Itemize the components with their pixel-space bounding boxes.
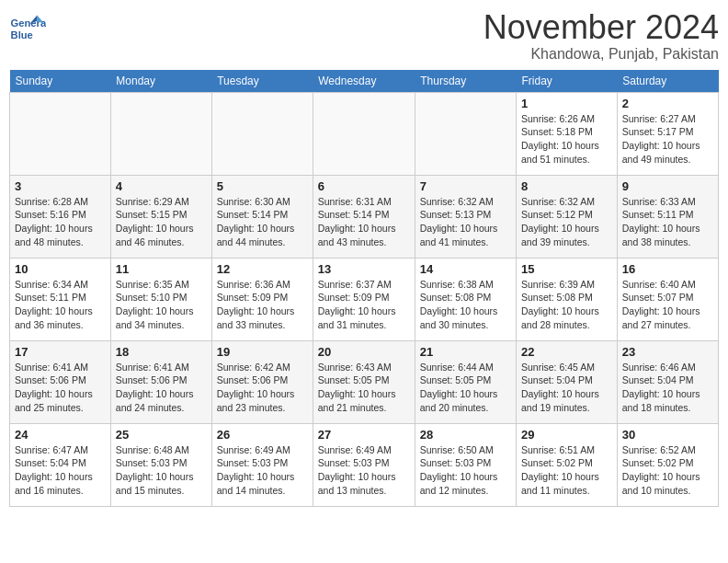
day-info: Sunrise: 6:27 AM Sunset: 5:17 PM Dayligh… bbox=[622, 112, 713, 167]
calendar-day-cell: 18Sunrise: 6:41 AM Sunset: 5:06 PM Dayli… bbox=[110, 340, 211, 423]
day-number: 16 bbox=[622, 262, 713, 276]
page-header: General Blue November 2024 Khandowa, Pun… bbox=[9, 9, 719, 63]
day-info: Sunrise: 6:32 AM Sunset: 5:13 PM Dayligh… bbox=[420, 195, 511, 249]
day-number: 30 bbox=[622, 428, 713, 442]
day-info: Sunrise: 6:48 AM Sunset: 5:03 PM Dayligh… bbox=[116, 443, 207, 498]
logo-icon: General Blue bbox=[9, 9, 46, 46]
day-number: 25 bbox=[116, 428, 207, 442]
calendar-day-cell: 3Sunrise: 6:28 AM Sunset: 5:16 PM Daylig… bbox=[10, 175, 111, 258]
day-info: Sunrise: 6:41 AM Sunset: 5:06 PM Dayligh… bbox=[15, 361, 106, 415]
day-number: 2 bbox=[622, 97, 713, 110]
calendar-day-cell: 8Sunrise: 6:32 AM Sunset: 5:12 PM Daylig… bbox=[517, 175, 618, 258]
day-number: 8 bbox=[521, 179, 612, 193]
day-number: 3 bbox=[15, 179, 106, 193]
day-info: Sunrise: 6:35 AM Sunset: 5:10 PM Dayligh… bbox=[116, 278, 207, 332]
day-number: 18 bbox=[116, 345, 207, 359]
calendar-day-cell: 30Sunrise: 6:52 AM Sunset: 5:02 PM Dayli… bbox=[617, 423, 718, 506]
calendar-day-cell: 11Sunrise: 6:35 AM Sunset: 5:10 PM Dayli… bbox=[110, 258, 211, 340]
title-area: November 2024 Khandowa, Punjab, Pakistan bbox=[483, 9, 719, 63]
location-subtitle: Khandowa, Punjab, Pakistan bbox=[483, 46, 719, 63]
month-title: November 2024 bbox=[483, 9, 719, 46]
day-number: 11 bbox=[116, 262, 207, 276]
calendar-day-cell: 28Sunrise: 6:50 AM Sunset: 5:03 PM Dayli… bbox=[415, 423, 516, 506]
calendar-day-cell: 15Sunrise: 6:39 AM Sunset: 5:08 PM Dayli… bbox=[517, 258, 618, 340]
weekday-header: Monday bbox=[110, 70, 211, 93]
day-number: 4 bbox=[116, 179, 207, 193]
day-info: Sunrise: 6:29 AM Sunset: 5:15 PM Dayligh… bbox=[116, 195, 207, 249]
calendar-day-cell: 21Sunrise: 6:44 AM Sunset: 5:05 PM Dayli… bbox=[415, 340, 516, 423]
calendar-header-row: SundayMondayTuesdayWednesdayThursdayFrid… bbox=[10, 70, 719, 93]
calendar-day-cell bbox=[313, 92, 415, 175]
day-info: Sunrise: 6:33 AM Sunset: 5:11 PM Dayligh… bbox=[622, 195, 713, 249]
day-info: Sunrise: 6:34 AM Sunset: 5:11 PM Dayligh… bbox=[15, 278, 106, 332]
day-info: Sunrise: 6:37 AM Sunset: 5:09 PM Dayligh… bbox=[318, 278, 410, 332]
day-number: 23 bbox=[622, 345, 713, 359]
day-info: Sunrise: 6:42 AM Sunset: 5:06 PM Dayligh… bbox=[217, 361, 308, 415]
day-number: 15 bbox=[521, 262, 612, 276]
svg-text:General: General bbox=[11, 17, 46, 29]
calendar-day-cell: 23Sunrise: 6:46 AM Sunset: 5:04 PM Dayli… bbox=[617, 340, 718, 423]
calendar-body: 1Sunrise: 6:26 AM Sunset: 5:18 PM Daylig… bbox=[10, 92, 719, 506]
weekday-header: Friday bbox=[517, 70, 618, 93]
calendar-day-cell: 29Sunrise: 6:51 AM Sunset: 5:02 PM Dayli… bbox=[517, 423, 618, 506]
calendar-day-cell: 9Sunrise: 6:33 AM Sunset: 5:11 PM Daylig… bbox=[617, 175, 718, 258]
calendar-day-cell: 20Sunrise: 6:43 AM Sunset: 5:05 PM Dayli… bbox=[313, 340, 415, 423]
day-info: Sunrise: 6:51 AM Sunset: 5:02 PM Dayligh… bbox=[521, 443, 612, 498]
day-number: 26 bbox=[217, 428, 308, 442]
calendar-day-cell: 25Sunrise: 6:48 AM Sunset: 5:03 PM Dayli… bbox=[110, 423, 211, 506]
day-info: Sunrise: 6:46 AM Sunset: 5:04 PM Dayligh… bbox=[622, 361, 713, 415]
calendar-day-cell bbox=[110, 92, 211, 175]
calendar-day-cell: 7Sunrise: 6:32 AM Sunset: 5:13 PM Daylig… bbox=[415, 175, 516, 258]
day-info: Sunrise: 6:26 AM Sunset: 5:18 PM Dayligh… bbox=[521, 112, 612, 167]
day-info: Sunrise: 6:39 AM Sunset: 5:08 PM Dayligh… bbox=[521, 278, 612, 332]
day-info: Sunrise: 6:52 AM Sunset: 5:02 PM Dayligh… bbox=[622, 443, 713, 498]
day-info: Sunrise: 6:43 AM Sunset: 5:05 PM Dayligh… bbox=[318, 361, 410, 415]
day-info: Sunrise: 6:47 AM Sunset: 5:04 PM Dayligh… bbox=[15, 443, 106, 498]
day-number: 24 bbox=[15, 428, 106, 442]
day-number: 12 bbox=[217, 262, 308, 276]
weekday-header: Saturday bbox=[617, 70, 718, 93]
calendar-day-cell bbox=[211, 92, 313, 175]
calendar-week-row: 3Sunrise: 6:28 AM Sunset: 5:16 PM Daylig… bbox=[10, 175, 719, 258]
day-number: 14 bbox=[420, 262, 511, 276]
day-number: 20 bbox=[318, 345, 410, 359]
day-number: 5 bbox=[217, 179, 308, 193]
calendar-day-cell: 22Sunrise: 6:45 AM Sunset: 5:04 PM Dayli… bbox=[517, 340, 618, 423]
calendar-day-cell: 12Sunrise: 6:36 AM Sunset: 5:09 PM Dayli… bbox=[211, 258, 313, 340]
svg-text:Blue: Blue bbox=[11, 29, 33, 40]
day-info: Sunrise: 6:30 AM Sunset: 5:14 PM Dayligh… bbox=[217, 195, 308, 249]
day-number: 7 bbox=[420, 179, 511, 193]
calendar-day-cell bbox=[10, 92, 111, 175]
calendar-day-cell: 10Sunrise: 6:34 AM Sunset: 5:11 PM Dayli… bbox=[10, 258, 111, 340]
day-number: 19 bbox=[217, 345, 308, 359]
day-number: 21 bbox=[420, 345, 511, 359]
calendar-week-row: 17Sunrise: 6:41 AM Sunset: 5:06 PM Dayli… bbox=[10, 340, 719, 423]
weekday-header: Sunday bbox=[10, 70, 111, 93]
calendar-day-cell: 24Sunrise: 6:47 AM Sunset: 5:04 PM Dayli… bbox=[10, 423, 111, 506]
calendar-day-cell: 6Sunrise: 6:31 AM Sunset: 5:14 PM Daylig… bbox=[313, 175, 415, 258]
day-info: Sunrise: 6:45 AM Sunset: 5:04 PM Dayligh… bbox=[521, 361, 612, 415]
day-number: 10 bbox=[15, 262, 106, 276]
calendar-day-cell: 26Sunrise: 6:49 AM Sunset: 5:03 PM Dayli… bbox=[211, 423, 313, 506]
calendar-day-cell: 27Sunrise: 6:49 AM Sunset: 5:03 PM Dayli… bbox=[313, 423, 415, 506]
calendar-day-cell: 14Sunrise: 6:38 AM Sunset: 5:08 PM Dayli… bbox=[415, 258, 516, 340]
day-number: 9 bbox=[622, 179, 713, 193]
calendar-day-cell: 1Sunrise: 6:26 AM Sunset: 5:18 PM Daylig… bbox=[517, 92, 618, 175]
day-number: 29 bbox=[521, 428, 612, 442]
day-number: 22 bbox=[521, 345, 612, 359]
day-info: Sunrise: 6:49 AM Sunset: 5:03 PM Dayligh… bbox=[217, 443, 308, 498]
weekday-header: Thursday bbox=[415, 70, 516, 93]
logo: General Blue bbox=[9, 9, 50, 46]
day-info: Sunrise: 6:28 AM Sunset: 5:16 PM Dayligh… bbox=[15, 195, 106, 249]
calendar-day-cell: 5Sunrise: 6:30 AM Sunset: 5:14 PM Daylig… bbox=[211, 175, 313, 258]
calendar-table: SundayMondayTuesdayWednesdayThursdayFrid… bbox=[9, 70, 719, 507]
day-info: Sunrise: 6:50 AM Sunset: 5:03 PM Dayligh… bbox=[420, 443, 511, 498]
day-info: Sunrise: 6:32 AM Sunset: 5:12 PM Dayligh… bbox=[521, 195, 612, 249]
day-info: Sunrise: 6:49 AM Sunset: 5:03 PM Dayligh… bbox=[318, 443, 410, 498]
day-number: 6 bbox=[318, 179, 410, 193]
weekday-header: Wednesday bbox=[313, 70, 415, 93]
calendar-day-cell: 2Sunrise: 6:27 AM Sunset: 5:17 PM Daylig… bbox=[617, 92, 718, 175]
day-info: Sunrise: 6:40 AM Sunset: 5:07 PM Dayligh… bbox=[622, 278, 713, 332]
day-number: 1 bbox=[521, 97, 612, 110]
day-number: 17 bbox=[15, 345, 106, 359]
